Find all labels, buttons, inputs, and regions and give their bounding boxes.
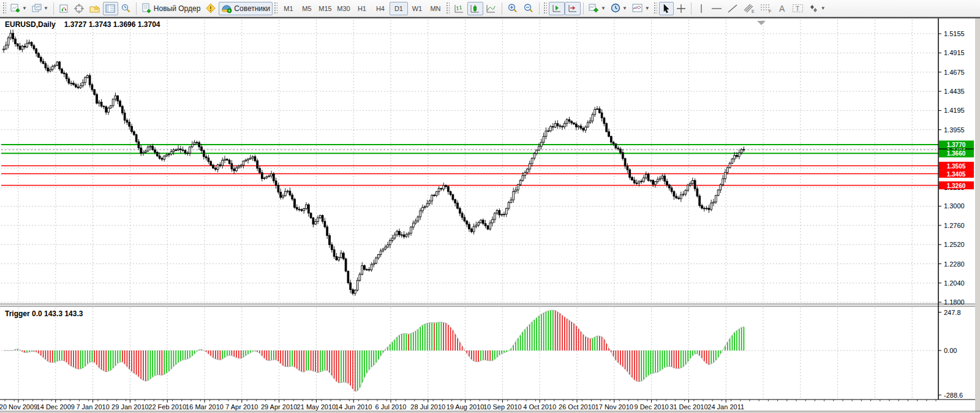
indicator-title: Trigger 0.0 143.3 143.3 bbox=[5, 309, 83, 318]
data-window-button[interactable] bbox=[72, 2, 87, 15]
chart-shift-icon bbox=[567, 4, 578, 13]
zoom-out-icon bbox=[523, 3, 534, 13]
new-order-label: Новый Ордер bbox=[154, 4, 200, 13]
auto-scroll-icon bbox=[551, 4, 562, 13]
date-label: 20 Nov 2009 bbox=[0, 403, 37, 411]
crosshair-button[interactable] bbox=[674, 2, 688, 15]
cursor-button[interactable] bbox=[659, 2, 674, 15]
alerts-button[interactable] bbox=[203, 2, 219, 15]
tf-h4-button[interactable]: H4 bbox=[371, 2, 390, 15]
svg-text:1.4195: 1.4195 bbox=[944, 107, 965, 114]
fibonacci-tool[interactable]: F bbox=[758, 2, 775, 15]
tf-label: M30 bbox=[337, 5, 350, 12]
date-label: 31 Dec 2010 bbox=[669, 403, 707, 411]
advisors-button[interactable]: Советники bbox=[219, 2, 273, 15]
pane-divider[interactable] bbox=[0, 304, 975, 306]
tf-m30-button[interactable]: M30 bbox=[334, 2, 353, 15]
svg-text:1.2760: 1.2760 bbox=[944, 222, 965, 229]
indicators-icon bbox=[589, 3, 600, 13]
date-label: 29 Jan 2010 bbox=[111, 403, 149, 411]
indicators-button[interactable]: ▼ bbox=[586, 2, 608, 15]
bar-chart-icon bbox=[454, 4, 465, 13]
tf-m5-button[interactable]: M5 bbox=[298, 2, 316, 15]
vertical-line-tool[interactable] bbox=[694, 2, 709, 15]
tf-label: M5 bbox=[302, 5, 311, 12]
chart-shift-button[interactable] bbox=[565, 2, 581, 15]
date-label: 28 Jul 2010 bbox=[410, 403, 445, 411]
tf-d1-button[interactable]: D1 bbox=[390, 2, 408, 15]
zoom-in-button[interactable] bbox=[505, 2, 521, 15]
svg-text:1.3405: 1.3405 bbox=[947, 171, 966, 178]
chart-canvas[interactable]: 1.51551.49151.46751.44351.41951.39551.37… bbox=[0, 18, 980, 413]
text-label-tool[interactable]: T bbox=[790, 2, 806, 15]
price-badge-1.3660: 1.3660 bbox=[939, 150, 974, 157]
tester-magnifier-clock-icon bbox=[121, 4, 131, 13]
market-watch-button[interactable] bbox=[56, 2, 72, 15]
channel-tool[interactable]: E bbox=[741, 2, 758, 15]
svg-text:1.2040: 1.2040 bbox=[944, 279, 965, 287]
new-order-button[interactable]: Новый Ордер bbox=[139, 2, 203, 15]
tf-m1-button[interactable]: M1 bbox=[279, 2, 298, 15]
tf-label: M1 bbox=[284, 5, 293, 12]
terminal-panel-icon bbox=[105, 4, 116, 13]
date-label: 4 Oct 2010 bbox=[523, 403, 556, 411]
profiles-icon bbox=[32, 4, 42, 13]
channel-letter: E bbox=[752, 9, 755, 13]
profiles-button[interactable]: ▼ bbox=[29, 2, 51, 15]
toolbar-grip[interactable] bbox=[274, 2, 277, 15]
auto-scroll-button[interactable] bbox=[549, 2, 565, 15]
arrows-tool[interactable]: ▼ bbox=[806, 2, 828, 15]
templates-button[interactable]: ▼ bbox=[630, 2, 652, 15]
bar-chart-type-button[interactable] bbox=[451, 2, 467, 15]
advisors-label: Советники bbox=[234, 4, 270, 13]
cursor-arrow-icon bbox=[662, 4, 671, 13]
vertical-line-icon bbox=[697, 4, 706, 13]
market-watch-icon bbox=[59, 4, 69, 13]
tf-h1-button[interactable]: H1 bbox=[353, 2, 371, 15]
tf-label: D1 bbox=[394, 5, 403, 12]
fibonacci-icon: F bbox=[760, 3, 772, 13]
separator bbox=[53, 2, 54, 15]
line-chart-icon bbox=[486, 4, 497, 13]
crosshair-icon bbox=[676, 4, 686, 13]
chart-window: 1.51551.49151.46751.44351.41951.39551.37… bbox=[0, 17, 980, 413]
price-badge-1.3260: 1.3260 bbox=[939, 181, 974, 189]
navigator-button[interactable] bbox=[87, 2, 103, 15]
date-label: 7 Jan 2010 bbox=[76, 403, 109, 411]
date-label: 22 Feb 2010 bbox=[148, 403, 186, 411]
horizontal-line-tool[interactable] bbox=[709, 2, 725, 15]
toolbar-grip[interactable] bbox=[654, 2, 657, 15]
date-label: 9 Dec 2010 bbox=[634, 403, 668, 411]
price-badge-1.3505: 1.3505 bbox=[939, 162, 974, 170]
crosshair-target-icon bbox=[74, 4, 85, 13]
svg-text:1.3955: 1.3955 bbox=[944, 126, 965, 134]
tf-label: H1 bbox=[358, 5, 366, 12]
candlestick-type-button[interactable] bbox=[467, 2, 483, 15]
text-label-icon: T bbox=[792, 3, 804, 13]
svg-text:1.4435: 1.4435 bbox=[944, 88, 965, 95]
text-tool[interactable]: A bbox=[775, 2, 790, 15]
tf-m15-button[interactable]: M15 bbox=[316, 2, 334, 15]
toolbar-grip[interactable] bbox=[3, 2, 6, 15]
price-badge-1.3770: 1.3770 bbox=[939, 140, 974, 148]
toolbar-grip[interactable] bbox=[447, 2, 450, 15]
trendline-tool[interactable] bbox=[725, 2, 741, 15]
chevron-down-icon: ▼ bbox=[821, 6, 826, 11]
tf-w1-button[interactable]: W1 bbox=[408, 2, 426, 15]
arrows-shapes-icon bbox=[809, 4, 820, 13]
strategy-tester-button[interactable] bbox=[118, 2, 134, 15]
zoom-out-button[interactable] bbox=[521, 2, 537, 15]
new-chart-button[interactable]: ▼ bbox=[8, 2, 29, 15]
date-label: 10 Sep 2010 bbox=[483, 403, 521, 411]
toolbar-grip[interactable] bbox=[544, 2, 547, 15]
equidistant-channel-icon: E bbox=[743, 3, 755, 13]
price-badge-1.3405: 1.3405 bbox=[939, 170, 974, 178]
terminal-button[interactable] bbox=[103, 2, 118, 15]
periods-button[interactable]: ▼ bbox=[608, 2, 630, 15]
separator bbox=[136, 2, 137, 15]
svg-text:1.3770: 1.3770 bbox=[947, 142, 966, 148]
line-chart-type-button[interactable] bbox=[483, 2, 499, 15]
tf-mn-button[interactable]: MN bbox=[426, 2, 445, 15]
fibo-letter: F bbox=[769, 9, 771, 13]
svg-text:1.2280: 1.2280 bbox=[944, 260, 965, 268]
